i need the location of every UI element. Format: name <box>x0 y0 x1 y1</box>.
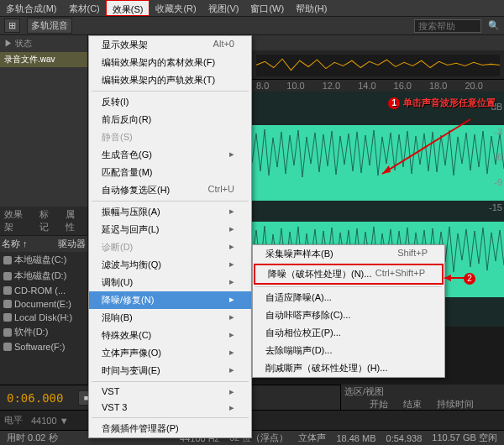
menu-view[interactable]: 视图(V) <box>202 0 245 16</box>
multitrack-btn[interactable]: 多轨混音 <box>27 18 72 34</box>
disk-icon <box>3 300 12 308</box>
menu-item[interactable]: 延迟与回声(L)▸ <box>89 221 251 238</box>
statusbar: 用时 0.02 秒 44100 Hz 32 位（浮点） 立体声 18.48 MB… <box>0 430 504 445</box>
menu-item[interactable]: 降噪（破坏性处理）(N)...Ctrl+Shift+P <box>254 264 444 285</box>
level-value[interactable]: 44100 ▼ <box>31 416 69 426</box>
annotation-2-badge: 2 <box>464 273 475 285</box>
tab-markers[interactable]: 标记 <box>35 207 61 235</box>
menu-help[interactable]: 帮助(H) <box>290 0 333 16</box>
menu-item[interactable]: 去除嗡嗡声(D)... <box>253 342 444 359</box>
menu-item: 诊断(D)▸ <box>89 238 251 256</box>
waveform-btn[interactable]: ⊞ <box>4 18 20 33</box>
status-label: ▶ 状态 <box>0 35 87 52</box>
menu-item[interactable]: 显示效果架Alt+0 <box>89 36 251 54</box>
file-tab[interactable]: 录音文件.wav <box>0 52 87 67</box>
menu-item[interactable]: 反转(I) <box>89 93 251 111</box>
disk-icon <box>3 328 12 337</box>
menu-item[interactable]: 音频插件管理器(P) <box>89 420 251 437</box>
wave-toolbar <box>252 35 504 50</box>
center-panel: 8.010.012.014.016.018.020.0 dB-3-6-9-15 <box>88 35 504 405</box>
list-item[interactable]: Local Disk(H:) <box>0 311 87 324</box>
menu-window[interactable]: 窗口(W) <box>244 0 290 16</box>
tab-rack[interactable]: 效果架 <box>0 207 35 235</box>
menu-item[interactable]: VST▸ <box>89 384 251 400</box>
list-item[interactable]: Document(E:) <box>0 297 87 311</box>
menubar: 多轨合成(M) 素材(C) 效果(S) 收藏夹(R) 视图(V) 窗口(W) 帮… <box>0 0 504 17</box>
menu-item[interactable]: 混响(B)▸ <box>89 309 251 327</box>
selection-panel: 选区/视图 开始 结束 持续时间 选区0:06.000 0:06.000 0:0… <box>340 385 504 410</box>
menu-favorites[interactable]: 收藏夹(R) <box>150 0 202 16</box>
status-ch: 立体声 <box>298 432 326 444</box>
status-dur: 0:54.938 <box>386 433 423 443</box>
menu-item[interactable]: 生成音色(G)▸ <box>89 146 251 164</box>
time-ruler[interactable]: 8.010.012.014.016.018.020.0 <box>252 80 504 92</box>
arrow-1 <box>374 115 475 182</box>
media-tabs: 效果架 标记 属性 <box>0 207 87 236</box>
menu-clip[interactable]: 素材(C) <box>63 0 106 16</box>
menu-item[interactable]: 调制(U)▸ <box>89 274 251 291</box>
disk-icon <box>3 313 12 322</box>
menu-item[interactable]: 匹配音量(M) <box>89 164 251 181</box>
timecode: 0:06.000 <box>7 391 63 405</box>
menu-item[interactable]: 自适应降噪(A)... <box>253 289 444 306</box>
menu-item[interactable]: 特殊效果(C)▸ <box>89 327 251 344</box>
menu-item[interactable]: 降噪/修复(N)▸ <box>89 291 251 309</box>
noise-submenu: 采集噪声样本(B)Shift+P降噪（破坏性处理）(N)...Ctrl+Shif… <box>252 244 445 378</box>
menu-item[interactable]: 自动相位校正(P)... <box>253 324 444 342</box>
menu-item[interactable]: VST 3▸ <box>89 400 251 416</box>
menu-item[interactable]: 采集噪声样本(B)Shift+P <box>253 245 444 263</box>
db-scale: dB-3-6-9-15 <box>489 94 502 220</box>
status-mem: 18.48 MB <box>336 433 375 443</box>
cd-icon <box>3 286 12 295</box>
search-icon[interactable]: 🔍 <box>488 20 500 31</box>
status-disk: 110.57 GB 空闲 <box>432 432 497 444</box>
list-item[interactable]: 本地磁盘(D:) <box>0 268 87 284</box>
menu-multitrack[interactable]: 多轨合成(M) <box>0 0 63 16</box>
menu-item[interactable]: 削减嘶声（破坏性处理）(H)... <box>253 359 444 377</box>
menu-item[interactable]: 滤波与均衡(Q)▸ <box>89 256 251 274</box>
disk-icon <box>3 272 12 280</box>
list-item[interactable]: 软件(D:) <box>0 324 87 340</box>
menu-item: 静音(S) <box>89 128 251 146</box>
menu-item[interactable]: 前后反向(R) <box>89 111 251 128</box>
search-input[interactable] <box>414 19 481 33</box>
menu-effects[interactable]: 效果(S) <box>106 0 150 16</box>
list-item[interactable]: 本地磁盘(C:) <box>0 252 87 268</box>
level-label: 电平 <box>4 414 23 427</box>
menu-item[interactable]: 编辑效果架内的素材效果(F) <box>89 54 251 71</box>
menu-item[interactable]: 编辑效果架内的声轨效果(T) <box>89 71 251 89</box>
left-panel: ▶ 状态 录音文件.wav 效果架 标记 属性 名称 ↑ 驱动器 本地磁盘(C:… <box>0 35 88 405</box>
list-item[interactable]: Software(F:) <box>0 340 87 353</box>
menu-item[interactable]: 立体声声像(O)▸ <box>89 344 251 362</box>
disk-icon <box>3 256 12 264</box>
menu-item[interactable]: 时间与变调(E)▸ <box>89 362 251 380</box>
menu-item[interactable]: 自动修复选区(H)Ctrl+U <box>89 181 251 199</box>
disk-icon <box>3 343 12 351</box>
list-item[interactable]: CD-ROM (... <box>0 284 87 297</box>
media-list: 本地磁盘(C:) 本地磁盘(D:) CD-ROM (... Document(E… <box>0 252 87 391</box>
menu-item[interactable]: 振幅与压限(A)▸ <box>89 203 251 221</box>
level-meter: 电平 44100 ▼ <box>0 410 504 430</box>
media-header: 名称 ↑ 驱动器 <box>0 236 87 252</box>
tab-props[interactable]: 属性 <box>61 207 87 235</box>
wave-minimap[interactable] <box>252 50 504 80</box>
effects-menu: 显示效果架Alt+0编辑效果架内的素材效果(F)编辑效果架内的声轨效果(T)反转… <box>88 35 252 438</box>
toolbar: ⊞ 多轨混音 🔍 <box>0 17 504 35</box>
annotation-1: 1 单击声音波形任意位置 <box>388 96 496 109</box>
menu-item[interactable]: 自动咔嗒声移除(C)... <box>253 306 444 324</box>
arrow-2 <box>441 273 465 283</box>
